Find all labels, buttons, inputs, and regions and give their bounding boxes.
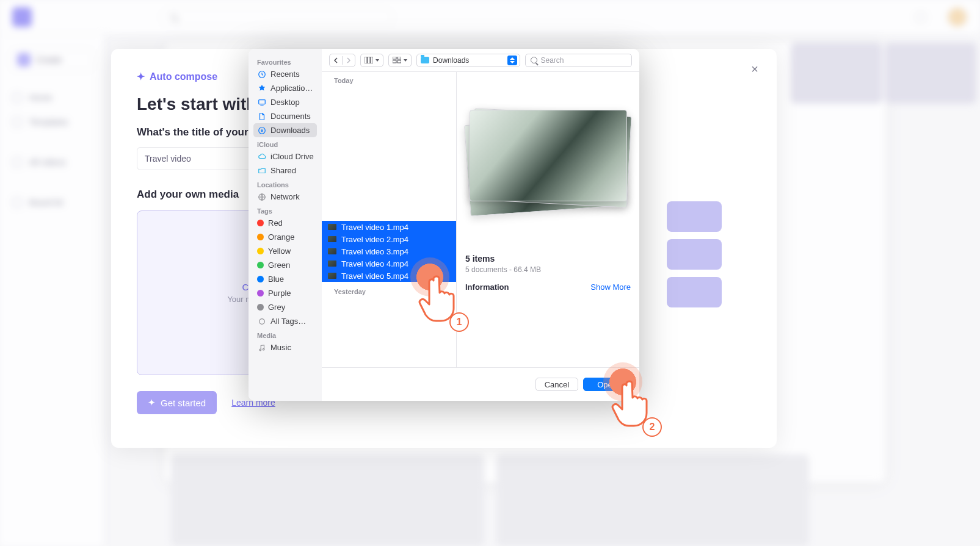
tag-dot-icon (257, 234, 264, 240)
document-icon (257, 112, 266, 121)
chevron-down-icon (376, 59, 379, 62)
file-name: Travel video 1.mp4 (341, 223, 408, 232)
video-thumb-icon (328, 224, 336, 230)
sidebar-item-shared[interactable]: Shared (253, 163, 317, 178)
finder-toolbar: Downloads Search (322, 49, 639, 72)
updown-icon (507, 56, 517, 65)
tag-label: Blue (268, 275, 284, 284)
sidebar-label: Downloads (270, 126, 310, 135)
tag-blue[interactable]: Blue (253, 272, 317, 286)
nav-back-forward[interactable] (329, 54, 355, 67)
file-open-dialog: Favourites Recents Applicatio… Desktop D… (249, 49, 639, 401)
preview-thumbnail-stack (467, 107, 630, 229)
tag-green[interactable]: Green (253, 258, 317, 272)
sidebar-label: Music (270, 343, 291, 352)
sidebar-label: Network (270, 192, 300, 201)
file-row[interactable]: Travel video 3.mp4 (322, 245, 456, 257)
shared-icon (257, 166, 266, 175)
open-button[interactable]: Open (583, 378, 631, 391)
desktop-icon (257, 98, 266, 107)
sidebar-section-favourites: Favourites (253, 55, 317, 67)
tag-grey[interactable]: Grey (253, 300, 317, 314)
apps-icon (257, 84, 266, 93)
chevron-right-icon (346, 57, 351, 63)
sparkle-icon: ✦ (137, 71, 145, 82)
grid-icon (393, 57, 401, 63)
sidebar-section-icloud: iCloud (253, 137, 317, 149)
list-group-yesterday: Yesterday (322, 282, 456, 299)
show-more-link[interactable]: Show More (590, 282, 631, 292)
sidebar-item-documents[interactable]: Documents (253, 109, 317, 123)
file-row[interactable]: Travel video 4.mp4 (322, 257, 456, 270)
tag-purple[interactable]: Purple (253, 286, 317, 300)
download-icon (257, 126, 266, 135)
video-thumb-icon (328, 273, 336, 279)
group-button[interactable] (388, 54, 412, 67)
tag-dot-icon (257, 304, 264, 311)
svg-rect-11 (397, 57, 401, 59)
preview-detail: 5 documents - 66.4 MB (465, 265, 631, 274)
tag-dot-icon (257, 276, 264, 282)
folder-icon (421, 57, 429, 63)
svg-point-5 (260, 349, 261, 351)
file-list: Today Travel video 1.mp4 Travel video 2.… (322, 72, 457, 367)
sidebar-item-recents[interactable]: Recents (253, 67, 317, 81)
information-label: Information (465, 282, 509, 292)
sidebar-item-downloads[interactable]: Downloads (253, 123, 317, 137)
finder-body: Today Travel video 1.mp4 Travel video 2.… (322, 72, 639, 367)
sidebar-item-network[interactable]: Network (253, 190, 317, 204)
finder-search[interactable]: Search (525, 54, 633, 67)
sidebar-label: Documents (270, 112, 311, 121)
tag-label: Auto compose (150, 71, 217, 82)
search-placeholder: Search (541, 56, 564, 65)
sidebar-label: All Tags… (270, 317, 306, 326)
media-preview-tiles (667, 201, 722, 307)
tag-red[interactable]: Red (253, 216, 317, 230)
all-tags[interactable]: All Tags… (253, 314, 317, 328)
media-tile (667, 239, 722, 270)
tag-label: Orange (268, 232, 294, 242)
file-name: Travel video 3.mp4 (341, 247, 408, 256)
svg-rect-10 (393, 57, 396, 59)
svg-rect-1 (258, 99, 265, 104)
tag-orange[interactable]: Orange (253, 230, 317, 244)
location-dropdown[interactable]: Downloads (416, 54, 520, 67)
get-started-label: Get started (161, 398, 206, 408)
file-row[interactable]: Travel video 2.mp4 (322, 233, 456, 245)
music-icon (257, 343, 266, 352)
list-group-today: Today (322, 72, 456, 88)
sidebar-section-tags: Tags (253, 204, 317, 216)
svg-rect-9 (371, 57, 373, 63)
sidebar-item-applications[interactable]: Applicatio… (253, 81, 317, 95)
columns-icon (365, 57, 373, 63)
file-row[interactable]: Travel video 1.mp4 (322, 221, 456, 233)
tag-yellow[interactable]: Yellow (253, 244, 317, 258)
tag-dot-icon (257, 248, 264, 254)
file-row[interactable]: Travel video 5.mp4 (322, 270, 456, 282)
sidebar-label: Desktop (270, 98, 300, 107)
video-thumb-icon (328, 260, 336, 267)
all-tags-icon (257, 317, 266, 326)
cancel-button[interactable]: Cancel (535, 378, 578, 391)
tag-dot-icon (257, 290, 264, 296)
file-name: Travel video 5.mp4 (341, 271, 408, 281)
preview-count: 5 items (465, 254, 631, 264)
network-icon (257, 192, 266, 201)
get-started-button[interactable]: ✦ Get started (137, 391, 217, 414)
video-thumb-icon (328, 236, 336, 242)
tag-label: Green (268, 260, 290, 270)
search-icon (531, 57, 537, 63)
sidebar-item-desktop[interactable]: Desktop (253, 95, 317, 109)
tag-dot-icon (257, 220, 264, 226)
sidebar-item-music[interactable]: Music (253, 340, 317, 354)
close-button[interactable]: × (751, 62, 758, 76)
divider (342, 56, 343, 65)
cloud-icon (257, 152, 266, 161)
view-columns-button[interactable] (360, 54, 383, 67)
sidebar-section-locations: Locations (253, 178, 317, 190)
tag-label: Yellow (268, 246, 291, 256)
tag-dot-icon (257, 262, 264, 268)
video-thumb-icon (328, 248, 336, 254)
tag-label: Red (268, 218, 283, 228)
sidebar-item-iclouddrive[interactable]: iCloud Drive (253, 149, 317, 163)
